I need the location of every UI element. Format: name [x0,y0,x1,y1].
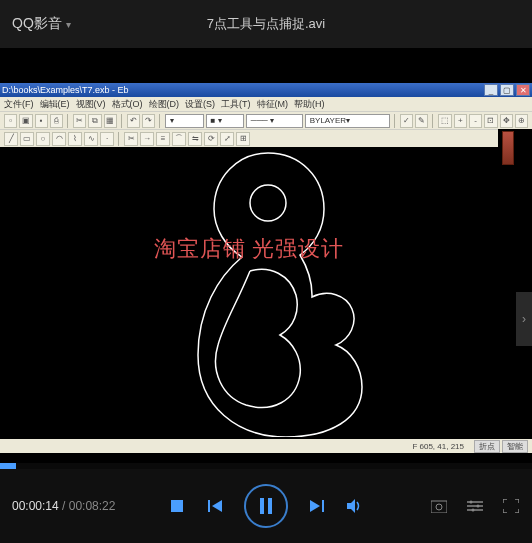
array-icon[interactable]: ⊞ [236,132,250,146]
right-controls [430,497,520,515]
menu-draw[interactable]: 绘图(D) [149,98,180,111]
zoom-extents-icon[interactable]: ⊡ [484,114,497,128]
menu-settings[interactable]: 设置(S) [185,98,215,111]
prev-button[interactable] [206,497,224,515]
cad-titlebar: D:\books\Examples\T7.exb - Eb _ ▢ ✕ [0,83,532,97]
settings-button[interactable] [466,497,484,515]
menu-view[interactable]: 视图(V) [76,98,106,111]
zoom-out-icon[interactable]: - [469,114,482,128]
arc-icon[interactable]: ◠ [52,132,66,146]
current-time: 00:00:14 [12,499,59,513]
separator [121,114,123,128]
status-btn-1[interactable]: 折点 [474,440,500,453]
time-display: 00:00:14 / 00:08:22 [12,499,115,513]
svg-marker-6 [310,500,320,512]
close-icon[interactable]: ✕ [516,84,530,96]
svg-rect-4 [260,498,264,514]
cad-window-title: D:\books\Examples\T7.exb - Eb [2,85,482,95]
menu-help[interactable]: 帮助(H) [294,98,325,111]
minimize-icon[interactable]: _ [484,84,498,96]
open-icon[interactable]: ▣ [19,114,32,128]
status-btn-2[interactable]: 智能 [502,440,528,453]
stop-button[interactable] [168,497,186,515]
color-combo[interactable]: ■ ▾ [206,114,244,128]
separator [67,114,69,128]
point-icon[interactable]: · [100,132,114,146]
app-name-dropdown[interactable]: QQ影音 ▾ [12,15,71,33]
fullscreen-button[interactable] [502,497,520,515]
chevron-right-icon: › [522,312,526,326]
video-title: 7点工具与点捕捉.avi [207,15,325,33]
separator [159,114,161,128]
paste-icon[interactable]: ▦ [104,114,117,128]
cad-scroll-handle[interactable] [502,131,514,165]
chevron-down-icon: ▾ [66,19,71,30]
circle-icon[interactable]: ○ [36,132,50,146]
linetype-combo[interactable]: ─── ▾ [246,114,303,128]
rect-icon[interactable]: ▭ [20,132,34,146]
pause-button[interactable] [244,484,288,528]
time-separator: / [62,499,69,513]
svg-rect-1 [171,500,183,512]
layer-combo[interactable]: ▾ [165,114,203,128]
separator [394,114,396,128]
undo-icon[interactable]: ↶ [127,114,140,128]
spline-icon[interactable]: ∿ [84,132,98,146]
new-icon[interactable]: ▫ [4,114,17,128]
zoom-realtime-icon[interactable]: ⊕ [515,114,528,128]
control-bar: 00:00:14 / 00:08:22 [0,469,532,543]
svg-rect-7 [322,500,324,512]
total-time: 00:08:22 [69,499,116,513]
save-icon[interactable]: ▪ [35,114,48,128]
line-icon[interactable]: ╱ [4,132,18,146]
cad-toolbar-2: ╱ ▭ ○ ◠ ⌇ ∿ · ✂ → ≡ ⌒ ⇋ ⟳ ⤢ ⊞ [0,129,532,147]
svg-point-12 [477,505,480,508]
menu-file[interactable]: 文件(F) [4,98,34,111]
app-name-label: QQ影音 [12,15,62,33]
cad-coords: F 605, 41, 215 [412,442,464,451]
cad-menubar: 文件(F) 编辑(E) 视图(V) 格式(O) 绘图(D) 设置(S) 工具(T… [0,97,532,111]
zoom-window-icon[interactable]: ⬚ [438,114,451,128]
rotate-icon[interactable]: ⟳ [204,132,218,146]
maximize-icon[interactable]: ▢ [500,84,514,96]
extend-icon[interactable]: → [140,132,154,146]
cut-icon[interactable]: ✂ [73,114,86,128]
separator [432,114,434,128]
menu-edit[interactable]: 编辑(E) [40,98,70,111]
cad-right-strip [498,129,532,419]
snapshot-button[interactable] [430,497,448,515]
zoom-in-icon[interactable]: + [454,114,467,128]
menu-tools[interactable]: 工具(T) [221,98,251,111]
watermark-text: 淘宝店铺 光强设计 [154,234,345,264]
cad-window: D:\books\Examples\T7.exb - Eb _ ▢ ✕ 文件(F… [0,83,532,453]
svg-marker-8 [347,499,355,513]
offset-icon[interactable]: ≡ [156,132,170,146]
print-icon[interactable]: ⎙ [50,114,63,128]
redo-icon[interactable]: ↷ [142,114,155,128]
playlist-toggle[interactable]: › [516,292,532,346]
volume-button[interactable] [346,497,364,515]
menu-format[interactable]: 格式(O) [112,98,143,111]
bylayer-combo[interactable]: BYLAYER ▾ [305,114,390,128]
cad-toolbar-1: ▫ ▣ ▪ ⎙ ✂ ⧉ ▦ ↶ ↷ ▾ ■ ▾ ─── ▾ BYLAYER ▾ … [0,111,532,129]
menu-feature[interactable]: 特征(M) [257,98,289,111]
trim-icon[interactable]: ✂ [124,132,138,146]
copy-icon[interactable]: ⧉ [88,114,101,128]
svg-point-11 [470,501,473,504]
mirror-icon[interactable]: ⇋ [188,132,202,146]
svg-point-10 [436,504,442,510]
pan-icon[interactable]: ✥ [500,114,513,128]
polyline-icon[interactable]: ⌇ [68,132,82,146]
svg-marker-3 [212,500,222,512]
player-header: QQ影音 ▾ 7点工具与点捕捉.avi [0,0,532,48]
svg-point-13 [472,509,475,512]
tool-b-icon[interactable]: ✎ [415,114,428,128]
cad-canvas[interactable]: 淘宝店铺 光强设计 [0,147,498,437]
svg-rect-2 [208,500,210,512]
next-button[interactable] [308,497,326,515]
scale-icon[interactable]: ⤢ [220,132,234,146]
svg-rect-9 [431,501,447,513]
tool-a-icon[interactable]: ✓ [400,114,413,128]
separator [118,132,120,146]
fillet-icon[interactable]: ⌒ [172,132,186,146]
